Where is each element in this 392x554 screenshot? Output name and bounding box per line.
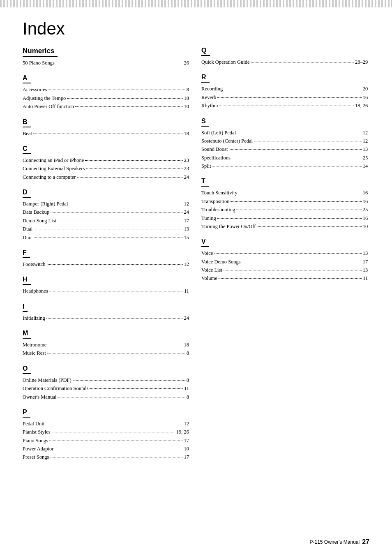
entry-dots: [46, 424, 182, 424]
index-entry: Metronome18: [23, 341, 189, 349]
index-entry: Online Materials (PDF)8: [23, 376, 189, 384]
entry-label: Soft (Left) Pedal: [201, 129, 236, 137]
entry-label: Operation Confirmation Sounds: [23, 385, 88, 392]
section-header-R: R: [201, 74, 210, 83]
index-entry: Initializing24: [23, 314, 189, 322]
index-entry: Beat18: [23, 130, 189, 138]
footer-model: P-115 Owner's Manual: [310, 539, 360, 545]
section-Q: QQuick Operation Guide28–29: [201, 47, 368, 66]
entry-page: 25: [363, 154, 368, 162]
section-header-H: H: [23, 276, 31, 285]
entry-page: 10: [184, 445, 189, 453]
entry-dots: [49, 291, 183, 291]
entry-label: Turning the Power On/Off: [201, 223, 256, 231]
index-entry: 50 Piano Songs26: [23, 59, 189, 67]
entry-page: 17: [184, 217, 189, 225]
index-entry: Recording20: [201, 85, 368, 93]
page-container: Index Numerics50 Piano Songs26AAccessori…: [0, 0, 392, 554]
section-header-numerics: Numerics: [23, 47, 58, 57]
entry-label: Pianist Styles: [23, 428, 51, 436]
entry-label: Demo Song List: [23, 217, 56, 225]
entry-label: Power Adaptor: [23, 445, 53, 453]
index-entry: Voice13: [201, 249, 368, 257]
entry-page: 15: [184, 234, 189, 242]
section-header-V: V: [201, 238, 209, 247]
content-area: Index Numerics50 Piano Songs26AAccessori…: [0, 7, 392, 494]
entry-label: Beat: [23, 130, 32, 138]
entry-page: 12: [184, 420, 189, 428]
index-entry: Data Backup24: [23, 208, 189, 216]
entry-page: 10: [363, 223, 368, 231]
entry-label: Touch Sensitivity: [201, 189, 238, 197]
entry-page: 10: [184, 103, 189, 111]
entry-page: 26: [184, 59, 189, 67]
entry-dots: [236, 210, 361, 210]
index-entry: Connecting External Speakers23: [23, 165, 189, 173]
index-entry: Auto Power Off function10: [23, 103, 189, 111]
entry-label: Connecting External Speakers: [23, 165, 85, 173]
entry-label: Music Rest: [23, 349, 46, 357]
entry-page: 24: [184, 208, 189, 216]
entry-label: Sostenuto (Center) Pedal: [201, 137, 253, 145]
entry-label: Headphones: [23, 287, 48, 295]
entry-label: Data Backup: [23, 208, 49, 216]
entry-label: Troubleshooting: [201, 206, 235, 214]
section-header-D: D: [23, 189, 31, 198]
entry-page: 18: [184, 130, 189, 138]
index-entry: Sostenuto (Center) Pedal12: [201, 137, 368, 145]
entry-dots: [239, 193, 362, 193]
entry-page: 23: [184, 165, 189, 173]
entry-page: 14: [363, 162, 368, 170]
entry-dots: [69, 204, 182, 204]
entry-label: Metronome: [23, 341, 46, 349]
entry-page: 25: [363, 206, 368, 214]
section-H: HHeadphones11: [23, 276, 189, 295]
entry-dots: [58, 397, 185, 397]
index-entry: Headphones11: [23, 287, 189, 295]
entry-dots: [224, 270, 362, 270]
entry-label: Owner's Manual: [23, 393, 56, 401]
index-entry: Touch Sensitivity16: [201, 189, 368, 197]
section-B: BBeat18: [23, 118, 189, 138]
index-entry: Adjusting the Tempo18: [23, 95, 189, 102]
section-header-F: F: [23, 249, 30, 258]
footer-page-number: 27: [362, 538, 369, 546]
entry-dots: [254, 141, 362, 141]
entry-page: 18: [184, 341, 189, 349]
entry-dots: [75, 106, 183, 107]
entry-dots: [212, 166, 362, 166]
entry-dots: [214, 253, 361, 254]
index-entry: Volume11: [201, 275, 368, 282]
entry-label: Piano Songs: [23, 437, 48, 445]
entry-dots: [90, 388, 183, 389]
entry-label: Specifications: [201, 154, 231, 162]
entry-label: Damper (Right) Pedal: [23, 200, 68, 208]
entry-dots: [50, 457, 182, 457]
index-entry: Connecting an iPad or iPhone23: [23, 157, 189, 164]
index-entry: Dual13: [23, 225, 189, 233]
entry-label: Voice List: [201, 266, 222, 274]
entry-page: 19, 26: [176, 428, 189, 436]
entry-page: 12: [363, 137, 368, 145]
entry-page: 11: [184, 287, 189, 295]
entry-dots: [55, 449, 182, 449]
index-entry: Power Adaptor10: [23, 445, 189, 453]
section-header-B: B: [23, 118, 31, 127]
index-entry: Connecting to a computer24: [23, 173, 189, 181]
index-entry: Piano Songs17: [23, 437, 189, 445]
entry-label: Initializing: [23, 314, 45, 322]
entry-page: 17: [363, 258, 368, 266]
entry-dots: [237, 133, 362, 133]
entry-page: 23: [184, 157, 189, 164]
entry-dots: [49, 441, 182, 441]
index-columns: Numerics50 Piano Songs26AAccessories8Adj…: [23, 47, 369, 469]
index-entry: Reverb16: [201, 94, 368, 102]
entry-label: Accessories: [23, 86, 47, 94]
entry-dots: [219, 106, 354, 106]
section-header-M: M: [23, 330, 31, 339]
entry-page: 12: [184, 261, 189, 268]
section-T: TTouch Sensitivity16Transposition16Troub…: [201, 178, 368, 231]
entry-page: 13: [363, 249, 368, 257]
index-entry: Soft (Left) Pedal12: [201, 129, 368, 137]
entry-page: 28–29: [355, 58, 368, 66]
